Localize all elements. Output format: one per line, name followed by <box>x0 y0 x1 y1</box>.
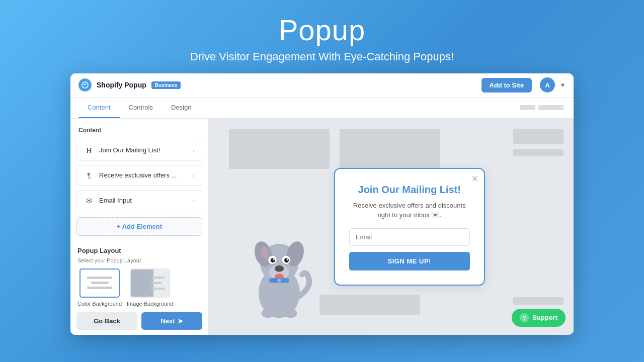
next-arrow-icon: ➤ <box>178 317 183 325</box>
next-label: Next <box>160 317 175 325</box>
tab-controls[interactable]: Controls <box>120 98 162 118</box>
content-item-text-chevron: › <box>193 172 195 178</box>
svg-point-12 <box>287 258 289 260</box>
add-to-site-button[interactable]: Add to Site <box>481 78 532 93</box>
content-item-email-label: Email Input <box>99 197 188 204</box>
content-item-title[interactable]: H Join Our Mailing List! › <box>76 140 202 161</box>
image-background-label: Image Background <box>127 301 173 307</box>
bg-block-1 <box>229 129 330 169</box>
support-icon: ? <box>520 313 529 322</box>
sidebar: Content H Join Our Mailing List! › ¶ Rec… <box>70 119 209 335</box>
content-item-title-label: Join Our Mailing List! <box>99 146 188 154</box>
paragraph-icon: ¶ <box>84 170 94 180</box>
popup-layout-section: Popup Layout Select your Popup Layout Co… <box>70 240 208 307</box>
content-item-chevron: › <box>193 147 195 153</box>
support-label: Support <box>532 314 557 321</box>
preview-area: ✕ Join Our Mailing List! Receive exclusi… <box>209 119 574 335</box>
svg-point-15 <box>277 279 281 282</box>
image-preview-lines <box>151 277 165 290</box>
app-name: Shopify Popup <box>97 81 146 89</box>
dog-illustration <box>239 224 319 325</box>
svg-point-17 <box>284 309 297 318</box>
content-item-email-chevron: › <box>193 198 195 204</box>
svg-point-10 <box>284 258 289 262</box>
svg-point-6 <box>275 265 284 272</box>
bg-block-3 <box>513 129 564 144</box>
email-icon: ✉ <box>84 196 94 206</box>
popup-layout-subtitle: Select your Popup Layout <box>77 257 201 263</box>
bg-block-4 <box>513 149 564 156</box>
popup-close-button[interactable]: ✕ <box>471 174 478 184</box>
business-badge: Business <box>151 81 181 89</box>
add-element-button[interactable]: + Add Element <box>76 217 202 236</box>
popup-submit-button[interactable]: SIGN ME UP! <box>349 252 470 270</box>
bg-block-5 <box>513 297 564 305</box>
popup-modal: ✕ Join Our Mailing List! Receive exclusi… <box>334 168 485 286</box>
popup-email-input[interactable] <box>349 228 470 246</box>
resize-handle-large <box>538 105 564 110</box>
popup-title: Join Our Mailing List! <box>349 184 470 196</box>
hero-subtitle: Drive Visitor Engagement With Eye-Catchi… <box>190 50 454 63</box>
svg-point-9 <box>271 258 275 262</box>
bg-block-2 <box>340 129 440 169</box>
heading-icon: H <box>84 145 94 155</box>
account-chevron-icon[interactable]: ▼ <box>560 82 566 88</box>
layout-options: Color Background Image Backgroun <box>77 268 201 307</box>
content-item-text-label: Receive exclusive offers ... <box>99 171 188 179</box>
preview-line-3 <box>87 287 112 289</box>
bg-block-6 <box>319 295 420 315</box>
content-item-email[interactable]: ✉ Email Input › <box>76 190 202 211</box>
color-background-preview <box>79 268 120 298</box>
svg-point-16 <box>262 309 274 318</box>
content-section-title: Content <box>70 119 208 138</box>
resize-handle-small <box>520 105 535 110</box>
svg-point-11 <box>273 258 275 260</box>
main-layout: Content H Join Our Mailing List! › ¶ Rec… <box>70 119 574 335</box>
tabs-bar: Content Controls Design <box>70 98 574 119</box>
sidebar-bottom-buttons: Go Back Next ➤ <box>70 307 208 335</box>
popup-layout-title: Popup Layout <box>77 247 201 254</box>
app-logo <box>78 78 92 92</box>
preview-line-1 <box>87 277 112 279</box>
image-background-preview <box>130 268 170 298</box>
hero-section: Popup Drive Visitor Engagement With Eye-… <box>190 0 454 73</box>
layout-option-color[interactable]: Color Background <box>77 268 122 307</box>
go-back-button[interactable]: Go Back <box>76 312 137 330</box>
content-item-text[interactable]: ¶ Receive exclusive offers ... › <box>76 165 202 186</box>
next-button[interactable]: Next ➤ <box>141 312 202 330</box>
support-button[interactable]: ? Support <box>512 309 566 327</box>
app-window: Shopify Popup Business Add to Site A ▼ C… <box>70 73 574 335</box>
svg-point-0 <box>82 82 88 88</box>
layout-option-image[interactable]: Image Background <box>127 268 173 307</box>
avatar[interactable]: A <box>540 77 555 93</box>
resize-handles <box>520 98 566 118</box>
popup-description: Receive exclusive offers and discounts r… <box>349 201 470 220</box>
color-background-label: Color Background <box>77 301 122 307</box>
tab-design[interactable]: Design <box>162 98 200 118</box>
tab-content[interactable]: Content <box>78 98 120 118</box>
preview-line-2 <box>91 282 109 284</box>
topbar: Shopify Popup Business Add to Site A ▼ <box>70 73 574 98</box>
hero-title: Popup <box>190 14 454 46</box>
